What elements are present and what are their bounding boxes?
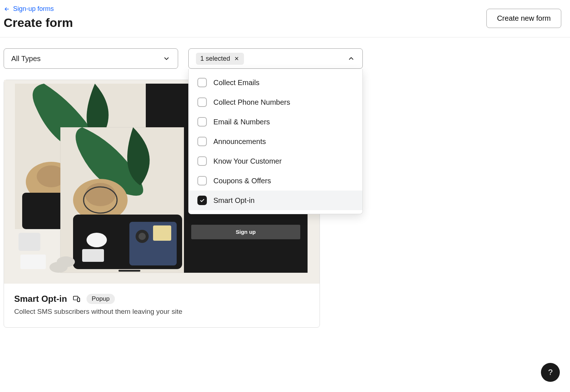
checkbox-unchecked-icon — [197, 176, 207, 185]
template-badge: Popup — [87, 294, 115, 304]
checkbox-unchecked-icon — [197, 156, 207, 166]
svg-rect-22 — [119, 270, 140, 272]
help-button[interactable]: ? — [541, 363, 560, 382]
svg-point-21 — [49, 262, 68, 273]
devices-icon — [73, 295, 81, 303]
help-icon-label: ? — [548, 368, 553, 377]
category-option-label: Coupons & Offers — [213, 177, 271, 185]
category-filter-chip-label: 1 selected — [200, 55, 230, 63]
category-option-label: Collect Emails — [213, 79, 260, 87]
checkbox-unchecked-icon — [197, 78, 207, 87]
category-filter-dropdown: Collect Emails Collect Phone Numbers Ema… — [188, 69, 363, 214]
template-title: Smart Opt-in — [14, 294, 67, 304]
chevron-down-icon — [162, 55, 170, 63]
svg-rect-6 — [20, 255, 46, 269]
breadcrumb-back[interactable]: Sign-up forms — [4, 5, 73, 13]
category-option-label: Email & Numbers — [213, 118, 270, 126]
page-title: Create form — [4, 16, 73, 30]
svg-rect-17 — [153, 225, 171, 241]
type-filter-label: All Types — [11, 55, 41, 63]
checkbox-checked-icon — [197, 196, 207, 205]
type-filter-select[interactable]: All Types — [4, 48, 178, 69]
breadcrumb-label: Sign-up forms — [13, 5, 54, 13]
category-option-smart-opt-in[interactable]: Smart Opt-in — [189, 191, 362, 210]
svg-point-18 — [87, 233, 107, 247]
template-description: Collect SMS subscribers without them lea… — [14, 308, 309, 316]
category-option-label: Smart Opt-in — [213, 196, 254, 205]
checkbox-unchecked-icon — [197, 97, 207, 107]
category-option-know-your-customer[interactable]: Know Your Customer — [189, 151, 362, 171]
category-filter-chip: 1 selected — [196, 53, 244, 65]
category-option-collect-emails[interactable]: Collect Emails — [189, 73, 362, 92]
category-option-label: Announcements — [213, 137, 266, 146]
category-option-email-numbers[interactable]: Email & Numbers — [189, 112, 362, 132]
chevron-up-icon — [347, 55, 355, 63]
category-option-announcements[interactable]: Announcements — [189, 132, 362, 151]
svg-rect-5 — [19, 233, 40, 251]
category-option-collect-phone-numbers[interactable]: Collect Phone Numbers — [189, 92, 362, 112]
category-option-coupons-offers[interactable]: Coupons & Offers — [189, 171, 362, 191]
arrow-left-icon — [4, 6, 10, 12]
checkbox-unchecked-icon — [197, 117, 207, 127]
preview-signup-button-label: Sign up — [236, 229, 256, 235]
category-filter-select[interactable]: 1 selected Collect Emails Collect Phone … — [188, 48, 363, 69]
svg-rect-19 — [82, 249, 104, 262]
template-card-body: Smart Opt-in Popup Collect SMS subscribe… — [4, 284, 320, 327]
category-option-label: Know Your Customer — [213, 157, 282, 165]
close-icon[interactable] — [234, 56, 240, 61]
category-option-label: Collect Phone Numbers — [213, 98, 290, 107]
svg-point-16 — [139, 233, 146, 240]
checkbox-unchecked-icon — [197, 137, 207, 146]
svg-rect-24 — [77, 298, 80, 301]
create-new-form-button[interactable]: Create new form — [486, 9, 561, 28]
